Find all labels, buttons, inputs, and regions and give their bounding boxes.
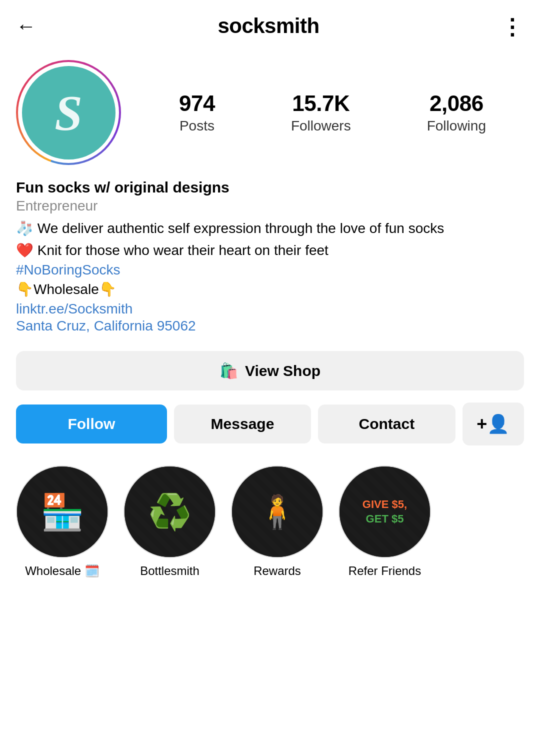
bio-name: Fun socks w/ original designs [16, 179, 524, 196]
bio-location: Santa Cruz, California 95062 [16, 318, 524, 334]
highlight-bottlesmith-icon: ♻️ [148, 492, 192, 532]
message-button[interactable]: Message [174, 404, 311, 444]
bio-hashtag[interactable]: #NoBoringSocks [16, 262, 524, 278]
followers-count: 15.7K [292, 91, 350, 116]
followers-label: Followers [291, 118, 351, 134]
following-label: Following [427, 118, 486, 134]
following-count: 2,086 [430, 91, 484, 116]
bio-line2: ❤️ Knit for those who wear their heart o… [16, 240, 524, 261]
followers-stat[interactable]: 15.7K Followers [291, 91, 351, 134]
avatar-letter: S [54, 84, 82, 142]
bio-line1: 🧦 We deliver authentic self expression t… [16, 218, 524, 239]
highlight-wholesale-icon: 🏪 [40, 492, 84, 532]
highlight-rewards-icon: 🧍 [257, 493, 298, 531]
posts-count: 974 [179, 91, 215, 116]
more-options-button[interactable]: ⋮ [501, 18, 524, 34]
bio-section: Fun socks w/ original designs Entreprene… [0, 175, 540, 343]
shop-icon: 🛍️ [220, 362, 238, 380]
contact-button[interactable]: Contact [318, 404, 455, 444]
highlight-refer-get: GET $5 [362, 512, 407, 526]
bio-category: Entrepreneur [16, 198, 524, 214]
highlight-rewards[interactable]: 🧍 Rewards [231, 466, 324, 578]
view-shop-button[interactable]: 🛍️ View Shop [16, 351, 524, 390]
highlight-rewards-label: Rewards [254, 564, 301, 578]
profile-section: S 974 Posts 15.7K Followers 2,086 Follow… [0, 48, 540, 175]
highlight-wholesale-label: Wholesale 🗓️ [25, 564, 100, 578]
highlight-refer-friends[interactable]: GIVE $5, GET $5 Refer Friends [338, 466, 431, 578]
add-friend-icon: +👤 [476, 414, 510, 434]
highlight-refer-give: GIVE $5, [362, 498, 407, 512]
bio-link[interactable]: linktr.ee/Socksmith [16, 301, 524, 317]
posts-label: Posts [180, 118, 214, 134]
add-friend-button[interactable]: +👤 [462, 402, 524, 446]
follow-button[interactable]: Follow [16, 404, 167, 444]
view-shop-label: View Shop [245, 362, 320, 380]
action-buttons: Follow Message Contact +👤 [0, 398, 540, 456]
header: ← socksmith ⋮ [0, 0, 540, 48]
posts-stat[interactable]: 974 Posts [179, 91, 215, 134]
bio-wholesale: 👇Wholesale👇 [16, 279, 524, 300]
highlight-bottlesmith-label: Bottlesmith [140, 564, 200, 578]
highlights-section: 🏪 Wholesale 🗓️ ♻️ Bottlesmith 🧍 Rewards … [0, 456, 540, 590]
highlight-wholesale[interactable]: 🏪 Wholesale 🗓️ [16, 466, 108, 578]
profile-username: socksmith [218, 14, 319, 38]
highlight-refer-label: Refer Friends [348, 564, 421, 578]
stats-row: 974 Posts 15.7K Followers 2,086 Followin… [141, 91, 524, 134]
following-stat[interactable]: 2,086 Following [427, 91, 486, 134]
back-button[interactable]: ← [16, 15, 36, 38]
highlight-bottlesmith[interactable]: ♻️ Bottlesmith [124, 466, 216, 578]
avatar[interactable]: S [16, 60, 121, 165]
